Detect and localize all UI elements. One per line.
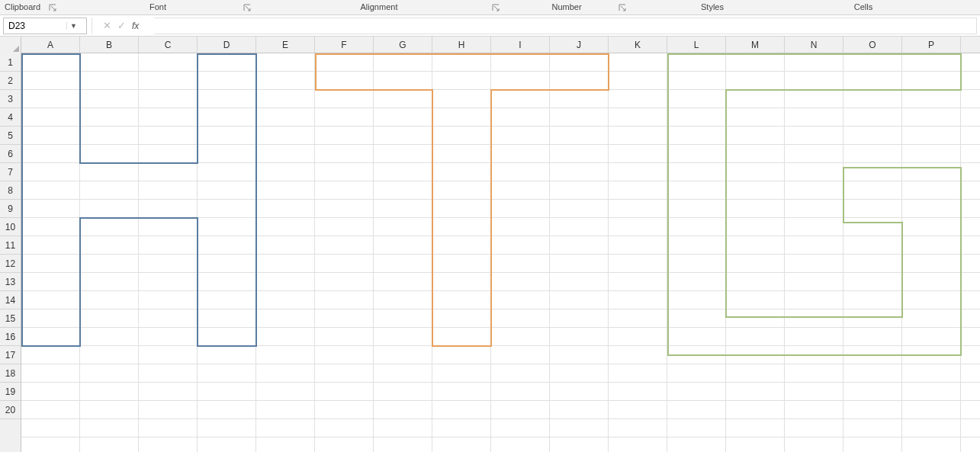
column-header-P[interactable]: P bbox=[902, 37, 961, 53]
ribbon-group-label: Font bbox=[149, 2, 166, 11]
cells-area[interactable] bbox=[21, 53, 980, 452]
ribbon-group-label: Styles bbox=[701, 2, 724, 11]
row-header-3[interactable]: 3 bbox=[0, 90, 21, 108]
row-header-8[interactable]: 8 bbox=[0, 181, 21, 200]
column-header-E[interactable]: E bbox=[256, 37, 315, 53]
ribbon-group-blank bbox=[932, 0, 980, 14]
fx-icon[interactable]: fx bbox=[132, 21, 143, 31]
formula-bar-buttons: ✕ ✓ fx bbox=[97, 20, 149, 31]
column-header-D[interactable]: D bbox=[198, 37, 256, 53]
name-box-input[interactable] bbox=[4, 21, 66, 31]
row-headers: 1234567891011121314151617181920 bbox=[0, 53, 21, 452]
dialog-launcher-icon[interactable] bbox=[243, 2, 252, 11]
ribbon-group-styles: Styles bbox=[630, 0, 795, 14]
column-header-F[interactable]: F bbox=[315, 37, 374, 53]
row-header-13[interactable]: 13 bbox=[0, 273, 21, 291]
row-header-17[interactable]: 17 bbox=[0, 346, 21, 364]
column-header-K[interactable]: K bbox=[609, 37, 667, 53]
ribbon-group-alignment: Alignment bbox=[255, 0, 503, 14]
row-header-20[interactable]: 20 bbox=[0, 401, 21, 419]
row-header-15[interactable]: 15 bbox=[0, 309, 21, 328]
cancel-icon[interactable]: ✕ bbox=[103, 20, 111, 31]
row-header-16[interactable]: 16 bbox=[0, 328, 21, 346]
row-header-6[interactable]: 6 bbox=[0, 145, 21, 163]
row-header-4[interactable]: 4 bbox=[0, 108, 21, 127]
row-header-7[interactable]: 7 bbox=[0, 163, 21, 181]
column-header-B[interactable]: B bbox=[80, 37, 139, 53]
ribbon-group-clipboard: Clipboard bbox=[0, 0, 61, 14]
spreadsheet-grid[interactable]: ABCDEFGHIJKLMNOP 12345678910111213141516… bbox=[0, 37, 980, 452]
row-header-12[interactable]: 12 bbox=[0, 255, 21, 273]
column-headers: ABCDEFGHIJKLMNOP bbox=[0, 37, 980, 53]
ribbon-group-number: Number bbox=[503, 0, 630, 14]
row-header-11[interactable]: 11 bbox=[0, 236, 21, 255]
row-header-18[interactable]: 18 bbox=[0, 364, 21, 383]
ribbon-group-label: Number bbox=[551, 2, 581, 11]
shape-letter-g[interactable] bbox=[667, 53, 972, 373]
column-header-N[interactable]: N bbox=[785, 37, 843, 53]
formula-input[interactable] bbox=[154, 18, 977, 34]
row-header-9[interactable]: 9 bbox=[0, 200, 21, 218]
enter-icon[interactable]: ✓ bbox=[117, 20, 126, 31]
column-header-C[interactable]: C bbox=[139, 37, 198, 53]
dialog-launcher-icon[interactable] bbox=[49, 2, 58, 11]
row-header-5[interactable]: 5 bbox=[0, 127, 21, 145]
column-header-G[interactable]: G bbox=[374, 37, 432, 53]
ribbon-group-cells: Cells bbox=[795, 0, 932, 14]
separator bbox=[92, 18, 92, 34]
column-header-O[interactable]: O bbox=[843, 37, 902, 53]
row-header-10[interactable]: 10 bbox=[0, 218, 21, 236]
ribbon-group-font: Font bbox=[61, 0, 255, 14]
formula-bar: ▼ ✕ ✓ fx bbox=[0, 15, 980, 37]
dialog-launcher-icon[interactable] bbox=[491, 2, 500, 11]
shape-letter-h[interactable] bbox=[21, 53, 258, 366]
column-header-M[interactable]: M bbox=[726, 37, 785, 53]
name-box[interactable]: ▼ bbox=[3, 18, 87, 34]
column-header-I[interactable]: I bbox=[491, 37, 550, 53]
row-header-2[interactable]: 2 bbox=[0, 72, 21, 90]
column-header-L[interactable]: L bbox=[667, 37, 726, 53]
row-header-14[interactable]: 14 bbox=[0, 291, 21, 309]
ribbon-group-label: Cells bbox=[854, 2, 872, 11]
column-header-H[interactable]: H bbox=[432, 37, 491, 53]
row-header-19[interactable]: 19 bbox=[0, 383, 21, 401]
name-box-dropdown[interactable]: ▼ bbox=[66, 22, 80, 30]
ribbon-group-label: Alignment bbox=[361, 2, 398, 11]
row-header-1[interactable]: 1 bbox=[0, 53, 21, 72]
shape-letter-t[interactable] bbox=[315, 53, 612, 366]
dialog-launcher-icon[interactable] bbox=[618, 2, 627, 11]
ribbon-group-label: Clipboard bbox=[5, 2, 40, 11]
ribbon-group-labels: ClipboardFontAlignmentNumberStylesCells bbox=[0, 0, 980, 15]
select-all-button[interactable] bbox=[0, 37, 21, 53]
column-header-J[interactable]: J bbox=[550, 37, 609, 53]
column-header-A[interactable]: A bbox=[21, 37, 80, 53]
